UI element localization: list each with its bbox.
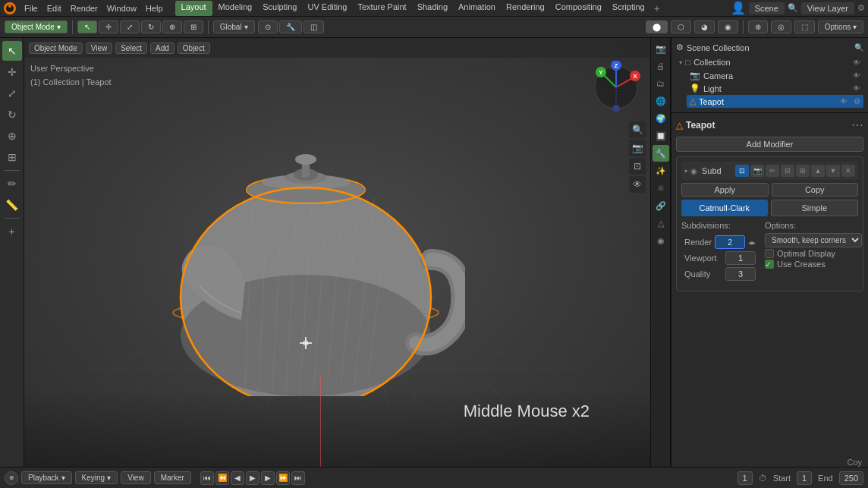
- current-frame-field[interactable]: 1: [737, 471, 753, 485]
- catmull-clark-btn[interactable]: Catmull-Clark: [681, 200, 768, 216]
- workspace-shading[interactable]: Shading: [413, 1, 452, 16]
- scene-props-icon[interactable]: 🌐: [653, 93, 669, 109]
- collection-item[interactable]: ▾ □ Collection 👁: [676, 55, 863, 69]
- tool-rotate-icon[interactable]: ↻: [2, 105, 22, 124]
- teapot-filter-icon[interactable]: ⚙: [854, 97, 860, 105]
- shading-wire-btn[interactable]: ⬡: [671, 20, 691, 33]
- copy-btn[interactable]: Copy: [772, 183, 859, 197]
- subd-close-btn[interactable]: ✕: [841, 165, 855, 177]
- object-props-icon[interactable]: 🔲: [653, 128, 669, 144]
- workspace-compositing[interactable]: Compositing: [551, 1, 606, 16]
- camera-item[interactable]: 📷 Camera 👁: [687, 69, 863, 82]
- workspace-modeling[interactable]: Modeling: [214, 1, 257, 16]
- viewport-value-input[interactable]: [725, 251, 756, 265]
- viewport-mode-btn[interactable]: Object Mode: [29, 43, 83, 54]
- view-timeline-btn[interactable]: View: [121, 471, 151, 484]
- subd-up-btn[interactable]: ▲: [811, 165, 825, 177]
- play-btn[interactable]: ▶: [246, 471, 259, 485]
- particles-icon[interactable]: ✨: [653, 162, 669, 179]
- shading-mat-btn[interactable]: ◕: [694, 20, 715, 33]
- jump-start-btn[interactable]: ⏮: [200, 471, 214, 485]
- scale-btn[interactable]: ⊕: [162, 20, 182, 33]
- tool-add-icon[interactable]: +: [2, 222, 22, 241]
- nav-gizmo[interactable]: X Y Z: [590, 61, 643, 114]
- end-frame-field[interactable]: 250: [839, 471, 863, 485]
- move-btn[interactable]: ⤢: [120, 20, 140, 33]
- teapot-area[interactable]: [146, 108, 465, 398]
- cursor-btn[interactable]: ✛: [99, 20, 118, 33]
- menu-render[interactable]: Render: [66, 2, 102, 14]
- playback-btn[interactable]: Playback ▾: [21, 471, 72, 484]
- light-visibility-icon[interactable]: 👁: [853, 84, 860, 93]
- add-workspace-btn[interactable]: +: [651, 1, 663, 16]
- start-frame-field[interactable]: 1: [797, 471, 812, 485]
- tool-annotate-icon[interactable]: ✏: [2, 174, 22, 194]
- snap-btn[interactable]: 🔧: [279, 20, 302, 33]
- menu-window[interactable]: Window: [102, 2, 141, 14]
- output-props-icon[interactable]: 🖨: [653, 58, 669, 74]
- add-modifier-btn[interactable]: Add Modifier: [676, 137, 863, 152]
- workspace-rendering[interactable]: Rendering: [502, 1, 549, 16]
- tool-scale-icon[interactable]: ⊕: [2, 126, 22, 146]
- modifier-props-icon[interactable]: 🔧: [653, 145, 669, 162]
- teapot-item[interactable]: △ Teapot 👁 ⚙: [687, 95, 863, 108]
- collection-visibility-icon[interactable]: 👁: [853, 58, 860, 67]
- viewport-add-btn[interactable]: Add: [150, 43, 175, 54]
- viewport[interactable]: Object Mode View Select Add Object User …: [24, 38, 650, 467]
- prev-frame-btn[interactable]: ◀: [231, 471, 244, 485]
- use-creases-checkbox[interactable]: ✓: [765, 260, 774, 269]
- camera-view-icon[interactable]: 📷: [629, 140, 646, 156]
- tool-transform-icon[interactable]: ⊞: [2, 147, 22, 167]
- render-arrows[interactable]: ◂▸: [748, 238, 756, 247]
- next-frame-btn[interactable]: ▶: [261, 471, 275, 485]
- data-icon[interactable]: △: [653, 215, 669, 231]
- subd-expand-btn[interactable]: ⊞: [796, 165, 810, 177]
- jump-end-btn[interactable]: ⏭: [291, 471, 305, 485]
- tool-measure-icon[interactable]: 📏: [2, 195, 22, 215]
- overlay-btn[interactable]: ◎: [771, 20, 791, 33]
- subd-cage-btn[interactable]: ⊟: [781, 165, 794, 177]
- workspace-uv-editing[interactable]: UV Editing: [303, 1, 351, 16]
- workspace-texture-paint[interactable]: Texture Paint: [353, 1, 410, 16]
- subd-expand-icon[interactable]: ▾: [684, 168, 687, 175]
- global-btn[interactable]: Global ▾: [213, 20, 255, 33]
- select-tool-btn[interactable]: ↖: [77, 20, 97, 33]
- subd-render-btn[interactable]: 📷: [750, 165, 764, 177]
- scene-label[interactable]: Scene: [749, 2, 785, 14]
- transform-btn[interactable]: ⊞: [184, 20, 203, 33]
- frame-all-icon[interactable]: ⊡: [629, 158, 646, 175]
- render-value-input[interactable]: [715, 235, 745, 249]
- menu-help[interactable]: Help: [141, 2, 168, 14]
- prev-keyframe-btn[interactable]: ⏪: [215, 471, 229, 485]
- mirror-btn[interactable]: ◫: [303, 20, 324, 33]
- workspace-scripting[interactable]: Scripting: [608, 1, 649, 16]
- zoom-in-icon[interactable]: 🔍: [629, 121, 646, 138]
- viewport-icon-btn[interactable]: ⊕: [5, 471, 18, 485]
- world-props-icon[interactable]: 🌍: [653, 110, 669, 127]
- workspace-animation[interactable]: Animation: [454, 1, 500, 16]
- apply-btn[interactable]: Apply: [681, 183, 769, 197]
- subd-edit-btn[interactable]: ✏: [766, 165, 779, 177]
- smooth-corners-select[interactable]: Smooth, keep corners: [765, 233, 862, 247]
- viewport-view-btn[interactable]: View: [86, 43, 113, 54]
- scene-collection-search[interactable]: 🔍: [854, 43, 863, 52]
- tool-cursor-icon[interactable]: ✛: [2, 62, 22, 82]
- rotate-btn[interactable]: ↻: [141, 20, 161, 33]
- xray-btn[interactable]: ⬚: [794, 20, 815, 33]
- view-icon[interactable]: 👁: [629, 176, 646, 193]
- view-layer-props-icon[interactable]: 🗂: [653, 75, 669, 92]
- optimal-display-checkbox[interactable]: [765, 249, 774, 258]
- subd-toggle-icon[interactable]: ◉: [690, 167, 697, 175]
- teapot-visibility-icon[interactable]: 👁: [840, 97, 848, 105]
- constraints-icon[interactable]: 🔗: [653, 197, 669, 214]
- viewport-select-btn[interactable]: Select: [115, 43, 147, 54]
- object-options-icon[interactable]: ⋯: [851, 118, 863, 132]
- filter-icon[interactable]: ⚙: [676, 43, 684, 52]
- material-icon[interactable]: ◉: [653, 232, 669, 249]
- object-mode-btn[interactable]: Object Mode ▾: [5, 20, 68, 33]
- workspace-layout[interactable]: Layout: [175, 1, 212, 16]
- physics-icon[interactable]: ⚛: [653, 180, 669, 197]
- next-keyframe-btn[interactable]: ⏩: [276, 471, 290, 485]
- shading-render-btn[interactable]: ◉: [718, 20, 738, 33]
- menu-edit[interactable]: Edit: [42, 2, 66, 14]
